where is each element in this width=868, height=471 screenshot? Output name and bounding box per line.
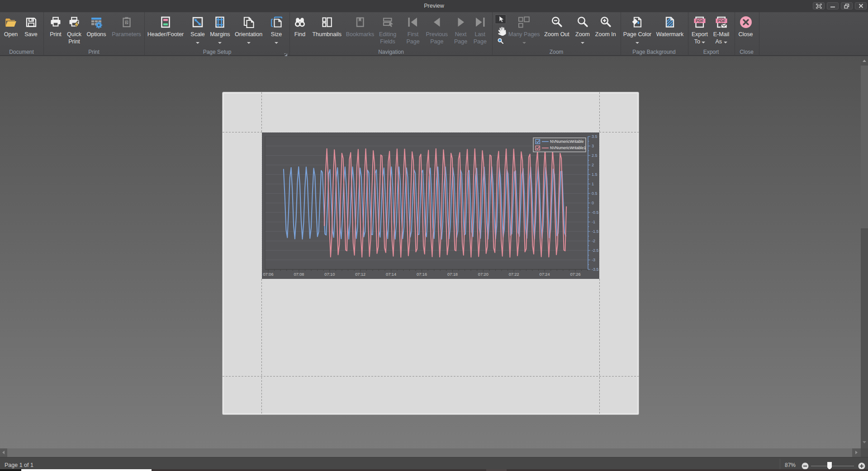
svg-text:07:20: 07:20: [478, 272, 489, 277]
svg-text:0.5: 0.5: [592, 191, 598, 196]
svg-text:-1: -1: [592, 220, 595, 224]
svg-text:07:26: 07:26: [570, 272, 581, 277]
svg-text:1: 1: [592, 182, 594, 186]
svg-text:07:14: 07:14: [386, 272, 396, 277]
svg-text:-0.5: -0.5: [592, 210, 599, 215]
svg-text:-3: -3: [592, 258, 595, 262]
svg-text:07:24: 07:24: [540, 272, 550, 277]
svg-text:07:12: 07:12: [355, 272, 365, 277]
svg-text:07:16: 07:16: [417, 272, 427, 277]
svg-text:07:08: 07:08: [294, 272, 304, 277]
svg-text:3.5: 3.5: [592, 134, 598, 139]
svg-text:07:10: 07:10: [324, 272, 335, 277]
svg-text:1.5: 1.5: [592, 172, 598, 177]
svg-text:-2: -2: [592, 239, 595, 243]
svg-text:-1.5: -1.5: [592, 229, 599, 234]
svg-text:2: 2: [592, 163, 594, 167]
svg-text:0: 0: [592, 201, 594, 205]
svg-text:-2.5: -2.5: [592, 248, 599, 253]
svg-text:07:22: 07:22: [509, 272, 519, 277]
svg-text:07:18: 07:18: [447, 272, 458, 277]
svg-text:NVNumericWritable1: NVNumericWritable1: [550, 146, 586, 150]
svg-text:07:06: 07:06: [263, 272, 274, 277]
svg-text:-3.5: -3.5: [592, 267, 599, 272]
svg-text:2.5: 2.5: [592, 153, 598, 158]
svg-text:3: 3: [592, 144, 594, 148]
svg-text:NVNumericWritable: NVNumericWritable: [550, 139, 584, 144]
